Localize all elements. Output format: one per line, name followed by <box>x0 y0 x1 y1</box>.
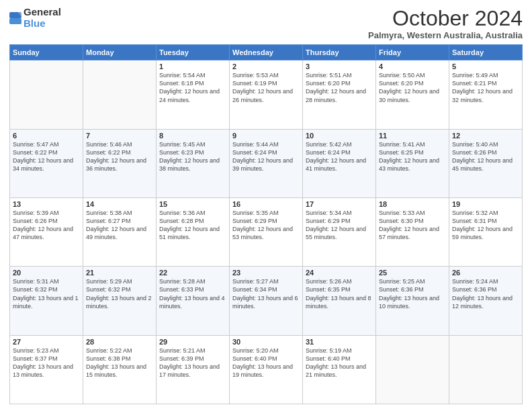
day-number: 26 <box>452 269 519 277</box>
calendar-cell: 23Sunrise: 5:27 AM Sunset: 6:34 PM Dayli… <box>230 267 303 335</box>
day-header-tuesday: Tuesday <box>157 45 230 60</box>
day-info: Sunrise: 5:42 AM Sunset: 6:24 PM Dayligh… <box>306 140 373 173</box>
day-info: Sunrise: 5:40 AM Sunset: 6:26 PM Dayligh… <box>452 140 519 173</box>
day-number: 9 <box>232 132 300 140</box>
day-info: Sunrise: 5:47 AM Sunset: 6:22 PM Dayligh… <box>13 140 80 173</box>
logo-general: General <box>24 7 61 18</box>
calendar-week-2: 6Sunrise: 5:47 AM Sunset: 6:22 PM Daylig… <box>10 129 523 197</box>
calendar-cell: 11Sunrise: 5:41 AM Sunset: 6:25 PM Dayli… <box>376 129 449 197</box>
day-info: Sunrise: 5:20 AM Sunset: 6:40 PM Dayligh… <box>232 347 300 379</box>
day-info: Sunrise: 5:29 AM Sunset: 6:32 PM Dayligh… <box>86 277 153 310</box>
calendar-cell: 27Sunrise: 5:23 AM Sunset: 6:37 PM Dayli… <box>10 335 83 404</box>
calendar-cell: 10Sunrise: 5:42 AM Sunset: 6:24 PM Dayli… <box>303 129 376 197</box>
calendar-cell <box>376 335 449 404</box>
day-info: Sunrise: 5:26 AM Sunset: 6:35 PM Dayligh… <box>306 277 373 310</box>
calendar-cell: 4Sunrise: 5:50 AM Sunset: 6:20 PM Daylig… <box>376 60 449 129</box>
calendar-cell: 26Sunrise: 5:24 AM Sunset: 6:36 PM Dayli… <box>449 267 523 335</box>
calendar-cell: 7Sunrise: 5:46 AM Sunset: 6:22 PM Daylig… <box>83 129 157 197</box>
day-number: 7 <box>86 132 153 140</box>
day-info: Sunrise: 5:28 AM Sunset: 6:33 PM Dayligh… <box>159 277 226 310</box>
location-title: Palmyra, Western Australia, Australia <box>368 30 523 40</box>
day-header-thursday: Thursday <box>303 45 376 60</box>
day-header-monday: Monday <box>83 45 157 60</box>
day-number: 15 <box>159 200 226 208</box>
calendar-cell <box>449 335 523 404</box>
day-number: 12 <box>452 132 519 140</box>
day-info: Sunrise: 5:45 AM Sunset: 6:23 PM Dayligh… <box>159 140 226 173</box>
day-number: 19 <box>452 200 519 208</box>
calendar-cell <box>83 60 157 129</box>
calendar-week-3: 13Sunrise: 5:39 AM Sunset: 6:26 PM Dayli… <box>10 197 523 266</box>
day-info: Sunrise: 5:53 AM Sunset: 6:19 PM Dayligh… <box>232 71 300 104</box>
calendar-cell: 19Sunrise: 5:32 AM Sunset: 6:31 PM Dayli… <box>449 197 523 266</box>
calendar-cell: 20Sunrise: 5:31 AM Sunset: 6:32 PM Dayli… <box>10 267 83 335</box>
calendar-cell: 25Sunrise: 5:25 AM Sunset: 6:36 PM Dayli… <box>376 267 449 335</box>
day-number: 1 <box>159 62 226 71</box>
day-info: Sunrise: 5:31 AM Sunset: 6:32 PM Dayligh… <box>13 277 80 310</box>
day-number: 22 <box>159 269 226 277</box>
day-number: 8 <box>159 132 226 140</box>
calendar-week-5: 27Sunrise: 5:23 AM Sunset: 6:37 PM Dayli… <box>10 335 523 404</box>
day-number: 31 <box>306 338 373 346</box>
calendar-cell: 28Sunrise: 5:22 AM Sunset: 6:38 PM Dayli… <box>83 335 157 404</box>
day-number: 13 <box>13 200 80 208</box>
day-number: 29 <box>159 338 226 346</box>
calendar-cell: 6Sunrise: 5:47 AM Sunset: 6:22 PM Daylig… <box>10 129 83 197</box>
day-info: Sunrise: 5:27 AM Sunset: 6:34 PM Dayligh… <box>232 277 300 310</box>
day-info: Sunrise: 5:39 AM Sunset: 6:26 PM Dayligh… <box>13 209 80 242</box>
logo-blue: Blue <box>24 18 61 30</box>
day-number: 23 <box>232 269 300 277</box>
calendar-cell: 12Sunrise: 5:40 AM Sunset: 6:26 PM Dayli… <box>449 129 523 197</box>
calendar-cell: 21Sunrise: 5:29 AM Sunset: 6:32 PM Dayli… <box>83 267 157 335</box>
day-number: 3 <box>306 62 373 71</box>
day-info: Sunrise: 5:51 AM Sunset: 6:20 PM Dayligh… <box>306 71 373 104</box>
day-number: 25 <box>379 269 446 277</box>
svg-rect-1 <box>9 18 21 24</box>
calendar-cell: 9Sunrise: 5:44 AM Sunset: 6:24 PM Daylig… <box>230 129 303 197</box>
day-info: Sunrise: 5:36 AM Sunset: 6:28 PM Dayligh… <box>159 209 226 242</box>
day-info: Sunrise: 5:23 AM Sunset: 6:37 PM Dayligh… <box>13 347 80 379</box>
calendar-cell: 1Sunrise: 5:54 AM Sunset: 6:18 PM Daylig… <box>157 60 230 129</box>
day-info: Sunrise: 5:50 AM Sunset: 6:20 PM Dayligh… <box>379 71 446 104</box>
day-number: 14 <box>86 200 153 208</box>
header: General Blue October 2024 Palmyra, Weste… <box>9 7 523 40</box>
page: General Blue October 2024 Palmyra, Weste… <box>0 0 532 411</box>
day-header-wednesday: Wednesday <box>230 45 303 60</box>
day-info: Sunrise: 5:35 AM Sunset: 6:29 PM Dayligh… <box>232 209 300 242</box>
calendar-cell: 15Sunrise: 5:36 AM Sunset: 6:28 PM Dayli… <box>157 197 230 266</box>
calendar-cell: 30Sunrise: 5:20 AM Sunset: 6:40 PM Dayli… <box>230 335 303 404</box>
day-info: Sunrise: 5:25 AM Sunset: 6:36 PM Dayligh… <box>379 277 446 310</box>
day-info: Sunrise: 5:24 AM Sunset: 6:36 PM Dayligh… <box>452 277 519 310</box>
day-number: 5 <box>452 62 519 71</box>
day-number: 21 <box>86 269 153 277</box>
calendar-cell: 18Sunrise: 5:33 AM Sunset: 6:30 PM Dayli… <box>376 197 449 266</box>
day-info: Sunrise: 5:41 AM Sunset: 6:25 PM Dayligh… <box>379 140 446 173</box>
day-number: 16 <box>232 200 300 208</box>
logo: General Blue <box>9 7 61 29</box>
day-number: 2 <box>232 62 300 71</box>
calendar-cell: 17Sunrise: 5:34 AM Sunset: 6:29 PM Dayli… <box>303 197 376 266</box>
logo-icon <box>9 12 21 24</box>
day-info: Sunrise: 5:19 AM Sunset: 6:40 PM Dayligh… <box>306 347 373 379</box>
day-info: Sunrise: 5:54 AM Sunset: 6:18 PM Dayligh… <box>159 71 226 104</box>
day-info: Sunrise: 5:49 AM Sunset: 6:21 PM Dayligh… <box>452 71 519 104</box>
day-info: Sunrise: 5:38 AM Sunset: 6:27 PM Dayligh… <box>86 209 153 242</box>
calendar-cell <box>10 60 83 129</box>
calendar-week-1: 1Sunrise: 5:54 AM Sunset: 6:18 PM Daylig… <box>10 60 523 129</box>
day-info: Sunrise: 5:44 AM Sunset: 6:24 PM Dayligh… <box>232 140 300 173</box>
calendar-cell: 2Sunrise: 5:53 AM Sunset: 6:19 PM Daylig… <box>230 60 303 129</box>
day-number: 18 <box>379 200 446 208</box>
day-info: Sunrise: 5:46 AM Sunset: 6:22 PM Dayligh… <box>86 140 153 173</box>
day-number: 10 <box>306 132 373 140</box>
calendar-cell: 14Sunrise: 5:38 AM Sunset: 6:27 PM Dayli… <box>83 197 157 266</box>
day-number: 24 <box>306 269 373 277</box>
calendar-cell: 24Sunrise: 5:26 AM Sunset: 6:35 PM Dayli… <box>303 267 376 335</box>
calendar-cell: 16Sunrise: 5:35 AM Sunset: 6:29 PM Dayli… <box>230 197 303 266</box>
day-header-sunday: Sunday <box>10 45 83 60</box>
calendar-cell: 5Sunrise: 5:49 AM Sunset: 6:21 PM Daylig… <box>449 60 523 129</box>
calendar-cell: 29Sunrise: 5:21 AM Sunset: 6:39 PM Dayli… <box>157 335 230 404</box>
calendar-table: SundayMondayTuesdayWednesdayThursdayFrid… <box>9 44 523 404</box>
day-number: 30 <box>232 338 300 346</box>
day-header-friday: Friday <box>376 45 449 60</box>
day-number: 11 <box>379 132 446 140</box>
